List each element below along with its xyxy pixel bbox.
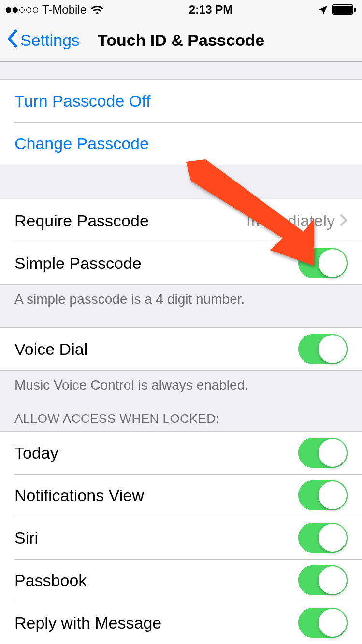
cell-label: Reply with Message bbox=[14, 614, 161, 632]
svg-rect-1 bbox=[333, 6, 352, 14]
group-header: ALLOW ACCESS WHEN LOCKED: bbox=[0, 397, 362, 431]
cell-label: Today bbox=[14, 444, 58, 462]
nav-bar: Settings Touch ID & Passcode bbox=[0, 19, 362, 62]
reply-with-message-row: Reply with Message bbox=[0, 602, 362, 644]
today-row: Today bbox=[0, 432, 362, 474]
simple-passcode-row: Simple Passcode bbox=[0, 242, 362, 284]
passbook-row: Passbook bbox=[0, 559, 362, 602]
today-toggle[interactable] bbox=[298, 438, 348, 468]
siri-row: Siri bbox=[0, 517, 362, 559]
status-left: T-Mobile bbox=[6, 3, 104, 16]
notifications-view-row: Notifications View bbox=[0, 474, 362, 517]
wifi-icon bbox=[90, 5, 104, 14]
group-passcode-options: Require Passcode Immediately Simple Pass… bbox=[0, 199, 362, 285]
status-bar: T-Mobile 2:13 PM bbox=[0, 0, 362, 19]
content: Turn Passcode Off Change Passcode Requir… bbox=[0, 62, 362, 644]
back-label: Settings bbox=[20, 31, 80, 50]
cell-value: Immediately bbox=[246, 211, 348, 230]
chevron-right-icon bbox=[340, 211, 348, 230]
voice-dial-row: Voice Dial bbox=[0, 328, 362, 370]
group-voice-dial: Voice Dial bbox=[0, 327, 362, 371]
group-allow-access: Today Notifications View Siri Passbook R… bbox=[0, 431, 362, 644]
cell-label: Voice Dial bbox=[14, 340, 87, 359]
cell-label: Notifications View bbox=[14, 486, 144, 505]
back-button[interactable]: Settings bbox=[7, 29, 80, 52]
cell-label: Require Passcode bbox=[14, 211, 149, 230]
passbook-toggle[interactable] bbox=[298, 565, 348, 595]
require-passcode-row[interactable]: Require Passcode Immediately bbox=[0, 199, 362, 242]
cell-label: Siri bbox=[14, 529, 38, 547]
turn-passcode-off-button[interactable]: Turn Passcode Off bbox=[0, 80, 362, 122]
chevron-left-icon bbox=[7, 29, 17, 52]
group-passcode-actions: Turn Passcode Off Change Passcode bbox=[0, 79, 362, 165]
group-footer: A simple passcode is a 4 digit number. bbox=[0, 285, 362, 311]
carrier-label: T-Mobile bbox=[42, 3, 87, 16]
siri-toggle[interactable] bbox=[298, 523, 348, 553]
cell-label: Turn Passcode Off bbox=[14, 92, 151, 111]
location-icon bbox=[318, 4, 328, 15]
voice-dial-toggle[interactable] bbox=[298, 334, 348, 364]
battery-icon bbox=[332, 4, 356, 15]
cell-label: Simple Passcode bbox=[14, 254, 142, 273]
signal-strength-icon bbox=[6, 7, 38, 13]
status-time: 2:13 PM bbox=[189, 3, 233, 16]
svg-rect-2 bbox=[354, 8, 356, 12]
change-passcode-button[interactable]: Change Passcode bbox=[0, 122, 362, 165]
status-right bbox=[318, 4, 356, 15]
group-footer: Music Voice Control is always enabled. bbox=[0, 371, 362, 397]
cell-label: Change Passcode bbox=[14, 134, 149, 153]
cell-label: Passbook bbox=[14, 571, 87, 590]
simple-passcode-toggle[interactable] bbox=[298, 248, 348, 278]
notifications-view-toggle[interactable] bbox=[298, 480, 348, 510]
reply-with-message-toggle[interactable] bbox=[298, 608, 348, 638]
